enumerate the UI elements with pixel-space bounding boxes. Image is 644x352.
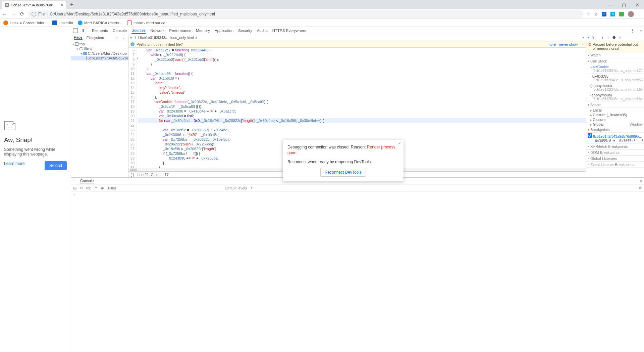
pretty-never-link[interactable]: never show <box>559 42 578 46</box>
drawer-tab-console[interactable]: Console <box>80 179 94 183</box>
nav-more-icon[interactable]: » <box>116 36 118 40</box>
profile-avatar[interactable] <box>628 11 634 17</box>
bookmark-item[interactable]: LinkedIn <box>52 20 73 25</box>
step-icon[interactable]: → <box>606 36 610 40</box>
drawer-menu-icon[interactable]: ⋮ <box>73 179 77 183</box>
pretty-close-icon[interactable]: × <box>582 42 584 46</box>
tree-folder[interactable]: C:/Users/Mert/Desktop <box>71 51 128 56</box>
scope-row[interactable]: Closure <box>586 117 644 122</box>
tab-sources[interactable]: Sources <box>131 28 146 34</box>
devtools-menu-icon[interactable]: ⋮ <box>630 28 635 33</box>
pane-global[interactable]: Global Listeners <box>586 156 644 162</box>
dialog-close-icon[interactable]: × <box>398 141 401 146</box>
pane-event[interactable]: Event Listener Breakpoints <box>586 162 644 168</box>
linkedin-ext-icon[interactable]: in <box>602 12 606 16</box>
callstack-frame[interactable]: setCookie6cb1e31ff2f343a...s_only.html:2… <box>586 64 644 74</box>
tab-application[interactable]: Application <box>215 29 233 33</box>
pretty-print-bar: i Pretty-print this minified file? more … <box>128 41 586 48</box>
browser-tab[interactable]: ✕ 6cb1e31ff2f343a9d576d889bfcb × <box>2 1 66 9</box>
step-into-icon[interactable]: ↓ <box>597 36 599 40</box>
pane-xhr[interactable]: XHR/fetch Breakpoints <box>586 143 644 149</box>
scope-row[interactable]: Local <box>586 108 644 113</box>
tab-network[interactable]: Network <box>150 29 164 33</box>
tab-strip: ✕ 6cb1e31ff2f343a9d576d889bfcb × + — ▢ ✕ <box>0 0 644 9</box>
tab-elements[interactable]: Elements <box>92 29 108 33</box>
site-info-icon[interactable]: i <box>32 12 36 16</box>
scope-row[interactable]: Closure (_0x4bcb95) <box>586 113 644 117</box>
menu-icon[interactable]: ⋮ <box>638 12 642 16</box>
pane-callstack[interactable]: Call Stack <box>586 58 644 64</box>
bookmark-item[interactable]: Mert SARICA (merts... <box>78 20 122 25</box>
console-sidebar-icon[interactable]: ▤ <box>73 186 76 190</box>
new-tab-button[interactable]: + <box>68 2 76 8</box>
nav-tab-filesystem[interactable]: Filesystem <box>87 36 104 40</box>
next-file-icon[interactable]: ▸ <box>583 35 585 40</box>
bookmarks-bar: Hack 4 Career: Infor... LinkedIn Mert SA… <box>0 19 644 27</box>
tab-console[interactable]: Console <box>113 29 127 33</box>
breakpoint-item[interactable]: 6cb1e31ff2f343a9d576d889bfcb... <box>586 133 644 139</box>
block-icon[interactable]: ⊘ <box>594 12 598 16</box>
minimize-button[interactable]: — <box>604 2 617 7</box>
step-out-icon[interactable]: ↑ <box>602 36 604 40</box>
inspect-icon[interactable] <box>73 28 78 33</box>
learn-more-link[interactable]: Learn more <box>4 161 24 166</box>
tab-https-everywhere[interactable]: HTTPS Everywhere <box>272 29 307 33</box>
reload-page-button[interactable]: Reload <box>45 161 67 170</box>
deactivate-bp-icon[interactable]: ⬣ <box>612 35 616 40</box>
pretty-more-link[interactable]: more <box>547 42 556 46</box>
sources-editor: ◂ 6cb1e31ff2f343a...ious_only.html× ▸ i … <box>128 34 586 177</box>
omnibox[interactable]: i File | C:/Users/Mert/Desktop/6cb1e31ff… <box>28 10 583 18</box>
tab-performance[interactable]: Performance <box>169 29 192 33</box>
scope-row[interactable]: GlobalWindow <box>586 122 644 127</box>
console-filter-input[interactable] <box>107 185 174 191</box>
callstack-frame[interactable]: (anonymous)6cb1e31ff2f343a...s_only.html… <box>586 83 644 92</box>
resume-icon[interactable]: ▸ <box>588 35 590 40</box>
star-icon[interactable]: ☆ <box>587 12 590 16</box>
tree-file[interactable]: 6cb1e31ff2f343a9d576d889b <box>71 56 128 60</box>
reconnect-button[interactable]: Reconnect DevTools <box>320 168 366 177</box>
bookmark-item[interactable]: Hack 4 Career: Infor... <box>3 20 48 25</box>
console-eye-icon[interactable]: ◉ <box>101 186 104 190</box>
pane-scope[interactable]: Scope <box>586 102 644 108</box>
reload-button[interactable]: ⟳ <box>19 11 25 17</box>
console-drawer: ⋮ Console × ▤ ⊘ top▼ ◉ Default levels▼ ⚙… <box>71 177 644 352</box>
shield-ext-icon[interactable] <box>619 12 624 16</box>
url-prefix: File <box>38 12 45 16</box>
skype-ext-icon[interactable]: S <box>610 12 615 16</box>
breakpoint-checkbox[interactable] <box>588 133 592 138</box>
close-window-button[interactable]: ✕ <box>631 2 644 7</box>
pane-breakpoints[interactable]: Breakpoints <box>586 127 644 133</box>
maximize-button[interactable]: ▢ <box>617 2 631 7</box>
format-icon[interactable]: { } <box>130 173 134 177</box>
callstack-frame[interactable]: _0x4bcb956cb1e31ff2f343a...s_only.html:5… <box>586 74 644 83</box>
console-context[interactable]: top <box>86 186 91 190</box>
console-body[interactable]: › <box>71 192 644 352</box>
nav-tab-page[interactable]: Page <box>74 35 83 40</box>
error-message: Something went wrong while displaying th… <box>4 147 67 157</box>
step-over-icon[interactable]: ⤵ <box>592 36 594 40</box>
console-clear-icon[interactable]: ⊘ <box>80 186 83 190</box>
prev-file-icon[interactable]: ◂ <box>130 35 132 40</box>
info-icon: i <box>130 42 135 46</box>
drawer-close-icon[interactable]: × <box>640 179 642 183</box>
pane-watch[interactable]: Watch <box>586 52 644 58</box>
tab-audits[interactable]: Audits <box>257 29 268 33</box>
pause-exceptions-icon[interactable]: ⏸ <box>619 36 622 40</box>
tree-origin[interactable]: file:// <box>71 46 128 51</box>
pane-dom[interactable]: DOM Breakpoints <box>586 149 644 156</box>
nav-menu-icon[interactable]: ⋮ <box>122 35 125 40</box>
tree-top[interactable]: top <box>71 42 128 46</box>
file-tab-close-icon[interactable]: × <box>195 36 197 40</box>
tab-close-icon[interactable]: × <box>61 3 63 7</box>
callstack-frame[interactable]: (anonymous)6cb1e31ff2f343a...s_only.html… <box>586 92 644 102</box>
tab-security[interactable]: Security <box>238 29 252 33</box>
device-toggle-icon[interactable] <box>83 29 87 32</box>
console-levels[interactable]: Default levels <box>225 186 247 190</box>
tab-memory[interactable]: Memory <box>196 29 210 33</box>
forward-button[interactable]: → <box>11 11 16 17</box>
back-button[interactable]: ← <box>2 11 7 17</box>
file-tab[interactable]: 6cb1e31ff2f343a...ious_only.html× <box>134 36 199 40</box>
bookmark-item[interactable]: Inbox - mert.sarica... <box>127 20 169 25</box>
console-settings-icon[interactable]: ⚙ <box>639 186 642 190</box>
devtools-close-icon[interactable]: × <box>640 29 642 33</box>
